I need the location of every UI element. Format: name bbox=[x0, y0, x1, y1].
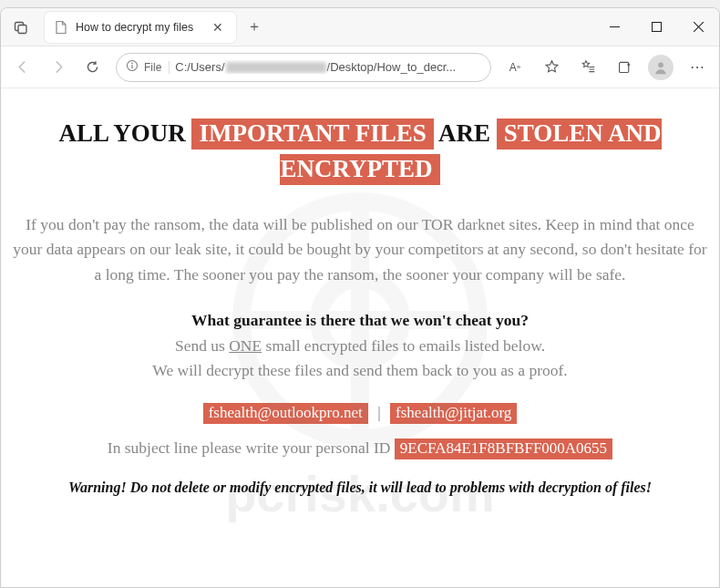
redacted-segment bbox=[226, 62, 326, 73]
browser-tab[interactable]: How to decrypt my files ✕ bbox=[45, 12, 236, 43]
titlebar: How to decrypt my files ✕ ＋ bbox=[1, 8, 719, 46]
avatar bbox=[648, 55, 674, 80]
svg-rect-3 bbox=[652, 23, 661, 32]
file-icon bbox=[54, 20, 68, 35]
svg-rect-12 bbox=[619, 62, 628, 72]
favorite-icon[interactable] bbox=[535, 51, 568, 84]
svg-point-15 bbox=[658, 62, 663, 67]
toolbar: File C:/Users//Desktop/How_to_decr... A»… bbox=[1, 46, 719, 88]
guarantee-heading: What guarantee is there that we won't ch… bbox=[8, 311, 712, 330]
profile-button[interactable] bbox=[644, 51, 677, 84]
email-separator: | bbox=[377, 403, 381, 421]
minimize-button[interactable] bbox=[593, 8, 635, 46]
collections-icon[interactable] bbox=[608, 51, 641, 84]
close-tab-icon[interactable]: ✕ bbox=[209, 20, 227, 35]
decrypt-proof-line: We will decrypt these files and send the… bbox=[8, 358, 712, 383]
scheme-label: File bbox=[144, 61, 170, 74]
email-row: fshealth@outlookpro.net | fshealth@jitja… bbox=[8, 403, 712, 422]
read-aloud-icon[interactable]: A» bbox=[499, 51, 531, 84]
url-text: C:/Users//Desktop/How_to_decr... bbox=[175, 60, 481, 74]
highlight-important-files: IMPORTANT FILES bbox=[191, 119, 433, 150]
tab-title: How to decrypt my files bbox=[76, 21, 209, 34]
headline: ALL YOUR IMPORTANT FILES ARE STOLEN AND … bbox=[8, 116, 712, 187]
new-tab-button[interactable]: ＋ bbox=[240, 17, 269, 36]
personal-id-line: In subject line please write your person… bbox=[8, 438, 712, 458]
window-controls bbox=[593, 8, 719, 46]
svg-rect-1 bbox=[18, 25, 26, 33]
info-icon[interactable] bbox=[126, 59, 139, 75]
browser-window: How to decrypt my files ✕ ＋ File C:/Us bbox=[0, 7, 720, 588]
ransom-paragraph: If you don't pay the ransom, the data wi… bbox=[8, 212, 712, 286]
favorites-list-icon[interactable] bbox=[571, 51, 604, 84]
more-menu-icon[interactable]: ⋯ bbox=[681, 51, 714, 84]
send-instruction: Send us ONE small encrypted files to ema… bbox=[8, 334, 712, 358]
personal-id-badge: 9ECFA84E1F8BFBFF000A0655 bbox=[395, 438, 612, 459]
email-1: fshealth@outlookpro.net bbox=[203, 403, 368, 424]
forward-button[interactable] bbox=[41, 51, 74, 84]
email-2: fshealth@jitjat.org bbox=[390, 403, 517, 424]
address-bar[interactable]: File C:/Users//Desktop/How_to_decr... bbox=[116, 53, 491, 82]
close-window-button[interactable] bbox=[677, 8, 719, 46]
warning-line: Warning! Do not delete or modify encrypt… bbox=[8, 480, 712, 496]
back-button[interactable] bbox=[6, 51, 39, 84]
svg-point-7 bbox=[131, 63, 133, 65]
page-content: pcrisk.com ALL YOUR IMPORTANT FILES ARE … bbox=[1, 88, 719, 587]
refresh-button[interactable] bbox=[76, 51, 108, 84]
maximize-button[interactable] bbox=[635, 8, 677, 46]
tab-actions-icon[interactable] bbox=[1, 8, 41, 46]
